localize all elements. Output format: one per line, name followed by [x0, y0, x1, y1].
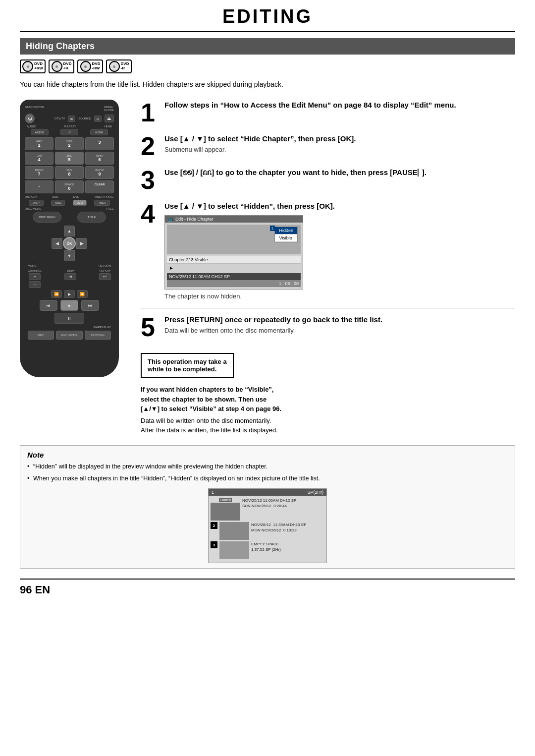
dvd-btn-label: DVD	[73, 195, 80, 198]
pause-button[interactable]: ⏸	[54, 313, 84, 324]
replay-button[interactable]: ↩	[99, 273, 111, 280]
hdd-button[interactable]: HDD	[51, 200, 65, 206]
step-5-sub: Data will be written onto the disc momen…	[164, 327, 515, 334]
dvd-disc-icon-2	[52, 61, 62, 72]
edit-ui-titlebar: 📺 Edit - Hide Chapter	[165, 216, 303, 223]
prev-chapter-button[interactable]: ⏮	[40, 300, 57, 311]
step-4: 4 Use [▲ / ▼] to select “Hidden”, then p…	[141, 201, 515, 300]
edit-ui-info: NOV/25/12 11:00AM CH12 SP	[167, 273, 301, 280]
warning-line2: while to be completed.	[148, 365, 227, 373]
menu-return-row: MENU RETURN	[28, 264, 111, 267]
edit-ui-options: Hidden Visible	[274, 227, 298, 242]
step-4-content: Use [▲ / ▼] to select “Hidden”, then pre…	[164, 201, 515, 300]
num-8-button[interactable]: TUV8	[55, 166, 84, 179]
index-row-2: 2 NOV/26/12 11:35AM DH13 EPMON NOV/26/12…	[211, 522, 324, 540]
rec-button[interactable]: REC	[28, 331, 54, 340]
dpad-right-button[interactable]: ▶	[76, 238, 87, 249]
audio-button[interactable]: AUDIO	[31, 129, 49, 135]
visible-option[interactable]: Visible	[275, 234, 297, 242]
dpad-left-button[interactable]: ◀	[52, 238, 62, 249]
step-1: 1 Follow steps in “How to Access the Edi…	[141, 100, 515, 125]
disc-menu-button[interactable]: DISC MENU	[33, 212, 61, 223]
hdmi-label: HDMI	[105, 125, 112, 128]
title-button[interactable]: TITLE	[77, 212, 106, 223]
dpad-up-button[interactable]: ▲	[64, 226, 75, 236]
index-thumb-1-wrapper: Hidden	[211, 498, 240, 521]
source-button[interactable]: ⊟	[94, 116, 102, 122]
channel-skip-row: CHANNEL + − SKIP ⇥ REPLAY ↩	[28, 269, 111, 288]
main-content: STANDBY/ON OPEN/CLOSE ⏻ DTV/TV ⊞ SOURCE …	[20, 100, 515, 435]
index-thumb-1	[211, 503, 240, 521]
next-chapter-button[interactable]: ⏭	[81, 300, 99, 311]
dot-button[interactable]: ·	[25, 180, 54, 193]
index-row-1: Hidden NOV/25/12 11:00AM DH12 SPSUN NOV/…	[211, 498, 324, 521]
step-5-content: Press [RETURN] once or repeatedly to go …	[164, 314, 515, 340]
dvd-badge-rw-plus: DVD+RW	[20, 59, 46, 73]
selected-indicator: 1	[270, 226, 275, 231]
repeat-button[interactable]: ↺	[60, 129, 78, 135]
display-button[interactable]: DISP	[29, 200, 44, 206]
num-9-button[interactable]: WXYZ9	[85, 166, 114, 179]
dvd-badge-rw-minus: DVD-RW	[77, 59, 103, 73]
step-3-title: Use [⎋⎋] / [⎌⎌] to go to the chapter you…	[164, 167, 515, 177]
index-num-3: 3	[211, 541, 217, 548]
dvd-badges: DVD+RW DVD+R DVD-RW DVD-R	[20, 59, 515, 73]
dpad-down-button[interactable]: ▼	[64, 250, 75, 261]
warning-line1: This operation may take a	[148, 358, 227, 365]
index-num-2: 2	[211, 522, 217, 529]
display-hdd-dvd-timer-row: DISP HDD DVD TIMER	[25, 200, 114, 206]
hdd-label: HDD	[52, 195, 58, 198]
display-row-labels: DISPLAY HDD DVD TIMER PROG.	[25, 195, 114, 198]
note-title: Note	[27, 451, 508, 459]
chapter-row: Chapter 2/ 3 Visible	[167, 256, 301, 264]
repeat-label: REPEAT	[64, 125, 76, 128]
channel-minus-button[interactable]: −	[29, 281, 41, 288]
power-button[interactable]: ⏻	[25, 114, 35, 123]
channel-plus-button[interactable]: +	[29, 273, 41, 280]
stop-button[interactable]: ■	[60, 300, 78, 311]
num-1-button[interactable]: ABC1	[25, 137, 54, 150]
italic-note: If you want hidden chapters to be “Visib…	[141, 385, 515, 414]
dvd-mode-button[interactable]: DVD	[73, 200, 87, 206]
num-0-button[interactable]: SPACE0	[55, 180, 84, 193]
eject-button[interactable]: ⏏	[105, 115, 114, 122]
hdmi-button[interactable]: HDMI	[90, 129, 108, 135]
dtv-tv-label: DTV/TV	[54, 117, 65, 120]
remote-top-labels: STANDBY/ON OPEN/CLOSE	[25, 106, 114, 112]
step-5-num: 5	[141, 314, 159, 340]
play-button[interactable]: ▶	[64, 290, 75, 298]
num-2-button[interactable]: DEF2	[55, 137, 84, 150]
remote-control: STANDBY/ON OPEN/CLOSE ⏻ DTV/TV ⊞ SOURCE …	[20, 100, 119, 377]
step-1-content: Follow steps in “How to Access the Edit …	[164, 100, 515, 125]
audio-label: AUDIO	[27, 125, 36, 128]
skip-label: SKIP	[67, 269, 74, 272]
dvd-label-4: DVD-R	[121, 62, 129, 71]
dtv-tv-button[interactable]: ⊞	[68, 116, 75, 122]
rec-mode-button[interactable]: REC MODE	[56, 331, 82, 340]
index-pic: 1 SP(2Hr) Hidden NOV/25/12 11:00AM DH12 …	[208, 488, 327, 563]
step-1-num: 1	[141, 100, 159, 125]
ok-button[interactable]: OK	[63, 237, 76, 250]
timer-prog-button[interactable]: TIMER	[94, 200, 110, 206]
num-6-button[interactable]: MNO6	[85, 152, 114, 165]
num-4-button[interactable]: GHI4	[25, 152, 54, 165]
rec-row: REC REC MODE DUBBING	[28, 331, 111, 340]
hidden-thumb-label: Hidden	[219, 498, 232, 502]
page-footer: 96 EN	[20, 579, 515, 596]
num-7-button[interactable]: PQRS7	[25, 166, 54, 179]
skip-button[interactable]: ⇥	[64, 273, 76, 280]
clear-button[interactable]: CLEAR	[85, 180, 114, 193]
edit-ui-title-text: Edit - Hide Chapter	[175, 217, 214, 222]
rewind-button[interactable]: ⏪	[51, 290, 62, 298]
replay-col: REPLAY ↩	[99, 269, 111, 280]
disc-title-labels: DISC MENU TITLE	[25, 207, 114, 210]
index-thumb-3	[219, 541, 249, 559]
num-5-button[interactable]: JKL5	[55, 152, 84, 165]
dubbing-button[interactable]: DUBBING	[85, 331, 111, 340]
fastforward-button[interactable]: ⏩	[77, 290, 88, 298]
dvd-disc-icon-3	[80, 61, 91, 72]
return-label: RETURN	[99, 264, 111, 267]
index-header-right: SP(2Hr)	[307, 490, 323, 495]
hidden-option[interactable]: Hidden	[275, 227, 297, 234]
num-3-button[interactable]: 3	[85, 137, 114, 150]
